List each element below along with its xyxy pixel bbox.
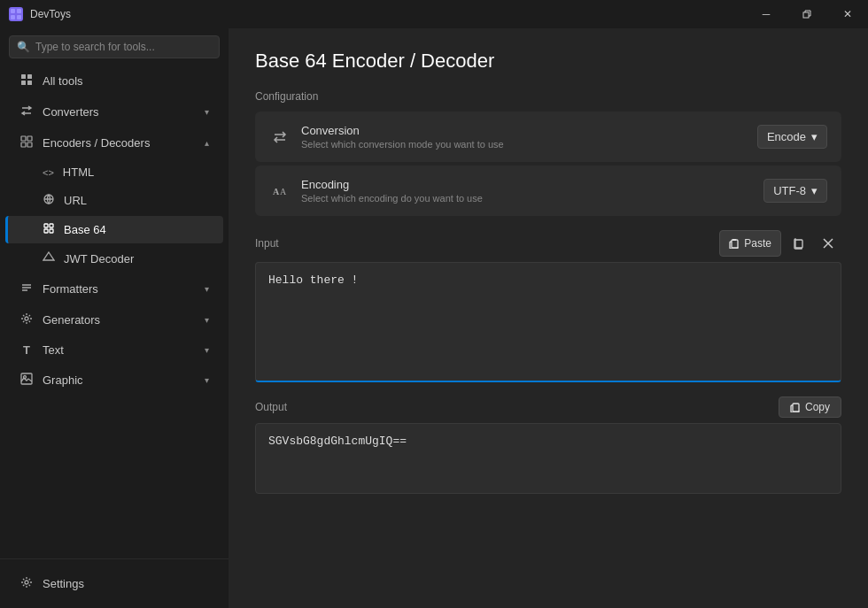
app-title: DevToys	[30, 8, 71, 20]
sidebar-item-text[interactable]: T Text ▾	[5, 336, 223, 364]
jwt-label: JWT Decoder	[64, 252, 134, 266]
converters-icon	[19, 104, 34, 119]
copy-icon	[792, 237, 804, 250]
svg-point-22	[25, 317, 28, 320]
formatters-label: Formatters	[43, 282, 196, 296]
sidebar-item-all-tools[interactable]: All tools	[5, 66, 223, 96]
encoding-value: UTF-8	[773, 184, 806, 197]
sidebar-item-formatters[interactable]: Formatters ▾	[5, 274, 223, 304]
sidebar-item-generators[interactable]: Generators ▾	[5, 305, 223, 335]
svg-rect-8	[27, 81, 32, 85]
encoders-label: Encoders / Decoders	[43, 136, 196, 150]
close-icon	[823, 238, 833, 249]
encoding-desc: Select which encoding do you want to use	[301, 193, 753, 204]
svg-rect-11	[21, 142, 26, 147]
svg-rect-33	[793, 404, 799, 412]
minimize-button[interactable]: ─	[746, 0, 787, 28]
titlebar: DevToys ─ ✕	[0, 0, 868, 28]
all-tools-label: All tools	[43, 74, 209, 88]
text-label: Text	[43, 343, 196, 357]
conversion-name: Conversion	[301, 124, 747, 137]
html-icon: <>	[43, 167, 54, 178]
titlebar-left: DevToys	[9, 7, 71, 21]
input-copy-button[interactable]	[785, 230, 811, 257]
conversion-icon	[269, 127, 291, 148]
output-panel-header: Output Copy	[255, 396, 841, 418]
conversion-value: Encode	[767, 130, 806, 143]
html-label: HTML	[63, 165, 94, 179]
copy-label: Copy	[805, 401, 830, 413]
sidebar: 🔍 All tools Converters	[0, 28, 229, 608]
generators-icon	[19, 312, 34, 327]
svg-rect-5	[21, 74, 26, 79]
svg-text:A: A	[273, 187, 280, 196]
sidebar-item-graphic[interactable]: Graphic ▾	[5, 366, 223, 395]
output-text: SGVsbG8gdGhlcmUgIQ==	[268, 435, 828, 448]
conversion-config: Conversion Select which conversion mode …	[255, 112, 841, 162]
encoders-chevron: ▴	[205, 138, 209, 148]
conversion-dropdown[interactable]: Encode ▾	[757, 125, 827, 149]
config-section-label: Configuration	[255, 90, 841, 103]
input-actions: Paste	[719, 230, 841, 257]
sidebar-item-encoders-decoders[interactable]: Encoders / Decoders ▴	[5, 128, 223, 158]
paste-label: Paste	[744, 237, 771, 250]
graphic-label: Graphic	[43, 373, 196, 387]
sidebar-item-jwt-decoder[interactable]: JWT Decoder	[5, 245, 223, 273]
output-container: SGVsbG8gdGhlcmUgIQ==	[255, 423, 841, 494]
svg-rect-7	[21, 81, 26, 85]
input-container	[255, 262, 841, 382]
svg-rect-1	[17, 9, 21, 13]
conversion-desc: Select which conversion mode you want to…	[301, 139, 747, 150]
main-layout: 🔍 All tools Converters	[0, 28, 868, 608]
generators-label: Generators	[43, 313, 196, 327]
url-icon	[43, 193, 55, 208]
conversion-text: Conversion Select which conversion mode …	[301, 124, 747, 150]
sidebar-item-base64[interactable]: Base 64	[5, 216, 223, 243]
page-title: Base 64 Encoder / Decoder	[255, 50, 841, 73]
paste-button[interactable]: Paste	[719, 230, 781, 257]
sidebar-item-url[interactable]: URL	[5, 187, 223, 214]
svg-marker-18	[43, 252, 54, 260]
search-box[interactable]: 🔍	[9, 35, 220, 58]
text-chevron: ▾	[205, 345, 209, 355]
url-label: URL	[64, 194, 87, 207]
svg-rect-3	[17, 15, 21, 19]
generators-chevron: ▾	[205, 315, 209, 325]
svg-rect-12	[27, 142, 32, 147]
encoding-config: A A Encoding Select which encoding do yo…	[255, 165, 841, 216]
converters-label: Converters	[43, 105, 196, 119]
sidebar-item-html[interactable]: <> HTML	[5, 159, 223, 185]
input-textarea[interactable]	[256, 263, 841, 378]
encoding-text: Encoding Select which encoding do you wa…	[301, 178, 753, 204]
sidebar-item-converters[interactable]: Converters ▾	[5, 97, 223, 127]
svg-rect-16	[44, 229, 48, 233]
encoding-icon: A A	[269, 181, 291, 202]
copy-button[interactable]: Copy	[779, 396, 841, 418]
input-clear-button[interactable]	[815, 230, 841, 257]
svg-rect-4	[803, 12, 809, 18]
formatters-chevron: ▾	[205, 284, 209, 294]
output-actions: Copy	[779, 396, 841, 418]
conversion-chevron: ▾	[811, 130, 818, 143]
svg-rect-30	[795, 240, 802, 248]
formatters-icon	[19, 281, 34, 296]
encoding-dropdown[interactable]: UTF-8 ▾	[763, 179, 827, 203]
search-icon: 🔍	[17, 41, 30, 53]
svg-point-25	[25, 581, 28, 584]
maximize-button[interactable]	[787, 0, 827, 28]
svg-rect-29	[732, 239, 736, 241]
output-copy-icon	[790, 402, 801, 412]
input-label: Input	[255, 237, 279, 250]
encoders-icon	[19, 135, 34, 150]
svg-rect-6	[27, 74, 32, 79]
search-input[interactable]	[35, 41, 212, 53]
sidebar-item-settings[interactable]: Settings	[5, 569, 223, 598]
window-controls: ─ ✕	[746, 0, 868, 28]
output-label: Output	[255, 401, 287, 413]
svg-rect-28	[732, 240, 738, 248]
svg-rect-15	[50, 224, 53, 227]
settings-label: Settings	[43, 577, 209, 590]
svg-text:A: A	[280, 187, 287, 196]
all-tools-icon	[19, 73, 34, 89]
close-button[interactable]: ✕	[827, 0, 868, 28]
